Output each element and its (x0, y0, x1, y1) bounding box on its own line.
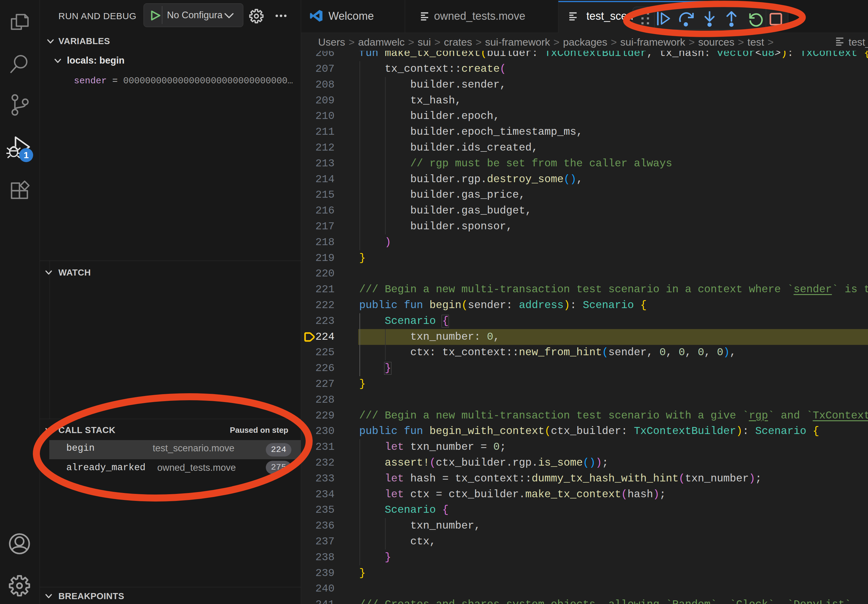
svg-text:1: 1 (24, 150, 29, 160)
